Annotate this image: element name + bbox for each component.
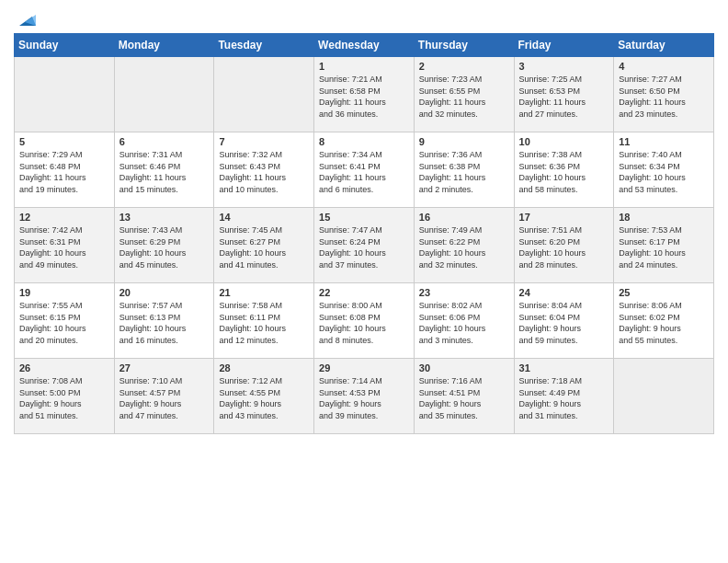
- day-number: 25: [619, 287, 709, 298]
- day-number: 14: [219, 212, 309, 223]
- day-number: 7: [219, 136, 309, 147]
- day-number: 23: [419, 287, 509, 298]
- day-cell: 5Sunrise: 7:29 AM Sunset: 6:48 PM Daylig…: [15, 132, 115, 208]
- day-number: 22: [319, 287, 409, 298]
- day-number: 9: [419, 136, 509, 147]
- day-cell: 19Sunrise: 7:55 AM Sunset: 6:15 PM Dayli…: [15, 283, 115, 359]
- day-cell: 8Sunrise: 7:34 AM Sunset: 6:41 PM Daylig…: [314, 132, 415, 208]
- day-cell: 11Sunrise: 7:40 AM Sunset: 6:34 PM Dayli…: [614, 132, 714, 208]
- day-info: Sunrise: 7:38 AM Sunset: 6:36 PM Dayligh…: [519, 149, 609, 195]
- day-cell: 2Sunrise: 7:23 AM Sunset: 6:55 PM Daylig…: [414, 57, 514, 132]
- day-cell: 30Sunrise: 7:16 AM Sunset: 4:51 PM Dayli…: [414, 359, 514, 434]
- day-cell: 26Sunrise: 7:08 AM Sunset: 5:00 PM Dayli…: [15, 359, 115, 434]
- weekday-header-sunday: Sunday: [15, 34, 115, 57]
- day-number: 12: [19, 212, 109, 223]
- logo: [14, 9, 36, 26]
- day-cell: 12Sunrise: 7:42 AM Sunset: 6:31 PM Dayli…: [15, 208, 115, 283]
- day-info: Sunrise: 7:34 AM Sunset: 6:41 PM Dayligh…: [319, 149, 409, 195]
- day-info: Sunrise: 7:25 AM Sunset: 6:53 PM Dayligh…: [519, 74, 609, 120]
- day-info: Sunrise: 8:02 AM Sunset: 6:06 PM Dayligh…: [419, 300, 509, 346]
- weekday-header-thursday: Thursday: [414, 34, 514, 57]
- day-cell: [15, 57, 115, 132]
- day-number: 11: [619, 136, 709, 147]
- day-info: Sunrise: 7:10 AM Sunset: 4:57 PM Dayligh…: [119, 375, 210, 421]
- day-cell: 15Sunrise: 7:47 AM Sunset: 6:24 PM Dayli…: [314, 208, 415, 283]
- day-info: Sunrise: 7:21 AM Sunset: 6:58 PM Dayligh…: [319, 74, 409, 120]
- day-number: 8: [319, 136, 409, 147]
- day-info: Sunrise: 7:31 AM Sunset: 6:46 PM Dayligh…: [119, 149, 210, 195]
- day-cell: 14Sunrise: 7:45 AM Sunset: 6:27 PM Dayli…: [214, 208, 314, 283]
- day-number: 17: [519, 212, 609, 223]
- day-info: Sunrise: 7:40 AM Sunset: 6:34 PM Dayligh…: [619, 149, 709, 195]
- day-number: 16: [419, 212, 509, 223]
- day-info: Sunrise: 7:27 AM Sunset: 6:50 PM Dayligh…: [619, 74, 709, 120]
- day-info: Sunrise: 7:43 AM Sunset: 6:29 PM Dayligh…: [119, 224, 210, 270]
- day-info: Sunrise: 7:36 AM Sunset: 6:38 PM Dayligh…: [419, 149, 509, 195]
- day-cell: 16Sunrise: 7:49 AM Sunset: 6:22 PM Dayli…: [414, 208, 514, 283]
- day-cell: 7Sunrise: 7:32 AM Sunset: 6:43 PM Daylig…: [214, 132, 314, 208]
- day-info: Sunrise: 7:08 AM Sunset: 5:00 PM Dayligh…: [19, 375, 109, 421]
- day-cell: 27Sunrise: 7:10 AM Sunset: 4:57 PM Dayli…: [114, 359, 214, 434]
- weekday-header-wednesday: Wednesday: [314, 34, 415, 57]
- weekday-header-tuesday: Tuesday: [214, 34, 314, 57]
- day-cell: 24Sunrise: 8:04 AM Sunset: 6:04 PM Dayli…: [514, 283, 614, 359]
- day-info: Sunrise: 8:06 AM Sunset: 6:02 PM Dayligh…: [619, 300, 709, 346]
- day-cell: 6Sunrise: 7:31 AM Sunset: 6:46 PM Daylig…: [114, 132, 214, 208]
- day-info: Sunrise: 7:53 AM Sunset: 6:17 PM Dayligh…: [619, 224, 709, 270]
- weekday-header-monday: Monday: [114, 34, 214, 57]
- day-info: Sunrise: 7:42 AM Sunset: 6:31 PM Dayligh…: [19, 224, 109, 270]
- weekday-header-saturday: Saturday: [614, 34, 714, 57]
- week-row-3: 12Sunrise: 7:42 AM Sunset: 6:31 PM Dayli…: [15, 208, 714, 283]
- day-cell: 3Sunrise: 7:25 AM Sunset: 6:53 PM Daylig…: [514, 57, 614, 132]
- week-row-2: 5Sunrise: 7:29 AM Sunset: 6:48 PM Daylig…: [15, 132, 714, 208]
- day-info: Sunrise: 7:49 AM Sunset: 6:22 PM Dayligh…: [419, 224, 509, 270]
- day-info: Sunrise: 7:16 AM Sunset: 4:51 PM Dayligh…: [419, 375, 509, 421]
- day-cell: 9Sunrise: 7:36 AM Sunset: 6:38 PM Daylig…: [414, 132, 514, 208]
- day-number: 18: [619, 212, 709, 223]
- day-cell: 10Sunrise: 7:38 AM Sunset: 6:36 PM Dayli…: [514, 132, 614, 208]
- page: SundayMondayTuesdayWednesdayThursdayFrid…: [0, 0, 728, 563]
- day-number: 27: [119, 362, 210, 373]
- day-cell: [614, 359, 714, 434]
- day-info: Sunrise: 7:51 AM Sunset: 6:20 PM Dayligh…: [519, 224, 609, 270]
- day-number: 26: [19, 362, 109, 373]
- day-cell: 20Sunrise: 7:57 AM Sunset: 6:13 PM Dayli…: [114, 283, 214, 359]
- day-cell: 1Sunrise: 7:21 AM Sunset: 6:58 PM Daylig…: [314, 57, 415, 132]
- day-cell: 25Sunrise: 8:06 AM Sunset: 6:02 PM Dayli…: [614, 283, 714, 359]
- day-info: Sunrise: 7:58 AM Sunset: 6:11 PM Dayligh…: [219, 300, 309, 346]
- day-cell: [114, 57, 214, 132]
- day-info: Sunrise: 7:18 AM Sunset: 4:49 PM Dayligh…: [519, 375, 609, 421]
- day-cell: [214, 57, 314, 132]
- day-cell: 18Sunrise: 7:53 AM Sunset: 6:17 PM Dayli…: [614, 208, 714, 283]
- weekday-header-friday: Friday: [514, 34, 614, 57]
- day-info: Sunrise: 8:00 AM Sunset: 6:08 PM Dayligh…: [319, 300, 409, 346]
- day-number: 5: [19, 136, 109, 147]
- day-cell: 23Sunrise: 8:02 AM Sunset: 6:06 PM Dayli…: [414, 283, 514, 359]
- day-info: Sunrise: 7:55 AM Sunset: 6:15 PM Dayligh…: [19, 300, 109, 346]
- day-cell: 21Sunrise: 7:58 AM Sunset: 6:11 PM Dayli…: [214, 283, 314, 359]
- day-number: 6: [119, 136, 210, 147]
- day-info: Sunrise: 7:12 AM Sunset: 4:55 PM Dayligh…: [219, 375, 309, 421]
- day-number: 19: [19, 287, 109, 298]
- calendar: SundayMondayTuesdayWednesdayThursdayFrid…: [14, 33, 714, 434]
- day-info: Sunrise: 7:45 AM Sunset: 6:27 PM Dayligh…: [219, 224, 309, 270]
- day-number: 21: [219, 287, 309, 298]
- day-cell: 4Sunrise: 7:27 AM Sunset: 6:50 PM Daylig…: [614, 57, 714, 132]
- day-info: Sunrise: 7:23 AM Sunset: 6:55 PM Dayligh…: [419, 74, 509, 120]
- day-number: 28: [219, 362, 309, 373]
- day-cell: 13Sunrise: 7:43 AM Sunset: 6:29 PM Dayli…: [114, 208, 214, 283]
- day-number: 29: [319, 362, 409, 373]
- day-number: 10: [519, 136, 609, 147]
- day-number: 30: [419, 362, 509, 373]
- day-cell: 22Sunrise: 8:00 AM Sunset: 6:08 PM Dayli…: [314, 283, 415, 359]
- day-info: Sunrise: 7:29 AM Sunset: 6:48 PM Dayligh…: [19, 149, 109, 195]
- day-number: 31: [519, 362, 609, 373]
- week-row-4: 19Sunrise: 7:55 AM Sunset: 6:15 PM Dayli…: [15, 283, 714, 359]
- day-number: 15: [319, 212, 409, 223]
- weekday-header-row: SundayMondayTuesdayWednesdayThursdayFrid…: [15, 34, 714, 57]
- day-cell: 28Sunrise: 7:12 AM Sunset: 4:55 PM Dayli…: [214, 359, 314, 434]
- day-cell: 31Sunrise: 7:18 AM Sunset: 4:49 PM Dayli…: [514, 359, 614, 434]
- day-number: 4: [619, 61, 709, 72]
- day-info: Sunrise: 7:57 AM Sunset: 6:13 PM Dayligh…: [119, 300, 210, 346]
- day-info: Sunrise: 7:47 AM Sunset: 6:24 PM Dayligh…: [319, 224, 409, 270]
